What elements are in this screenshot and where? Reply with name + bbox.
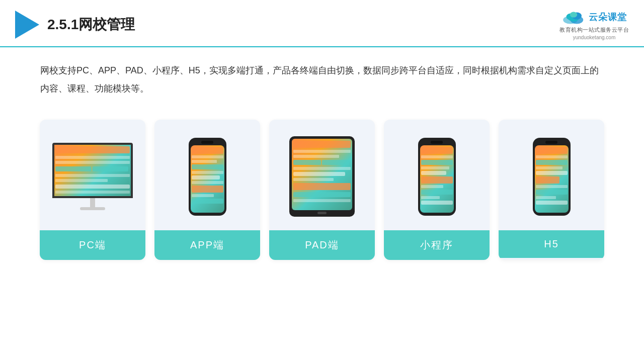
monitor-screen-content <box>54 145 131 196</box>
brand-tagline: 教育机构一站式服务云平台 <box>559 26 629 34</box>
card-app-image <box>154 120 260 230</box>
header: 2.5.1网校管理 云朵课堂 教育机构一站式服务云平台 yunduoketang… <box>0 0 644 47</box>
page-title: 2.5.1网校管理 <box>47 15 135 34</box>
brand-logo: 云朵课堂 教育机构一站式服务云平台 yunduoketang.com <box>559 9 629 40</box>
logo-triangle-icon <box>15 11 39 39</box>
card-pad: PAD端 <box>269 120 375 260</box>
card-app: APP端 <box>154 120 260 260</box>
phone-notch-h5 <box>545 141 557 144</box>
brand-name: 云朵课堂 <box>589 11 627 23</box>
phone-screen-h5 <box>535 145 569 213</box>
phone-screen-app <box>191 145 224 213</box>
tablet-mockup <box>289 136 355 217</box>
phone-mockup-miniapp <box>418 138 456 216</box>
card-app-label: APP端 <box>154 230 260 260</box>
phone-screen-miniapp <box>420 145 454 213</box>
card-h5-label: H5 <box>499 230 604 258</box>
monitor-stand <box>90 198 95 207</box>
card-pc-label: PC端 <box>40 230 145 260</box>
card-h5: H5 <box>499 120 604 260</box>
description-text: 网校支持PC、APP、PAD、小程序、H5，实现多端打通，产品各终端自由切换，数… <box>0 47 644 103</box>
card-miniapp-image <box>384 120 490 230</box>
card-pc: PC端 <box>40 120 145 260</box>
pc-monitor-icon <box>52 143 133 210</box>
phone-notch <box>201 141 213 144</box>
card-pc-image <box>40 120 145 230</box>
tablet-screen <box>292 139 352 210</box>
brand-url: yunduoketang.com <box>573 35 616 40</box>
phone-mockup-app <box>189 138 226 216</box>
platform-cards: PC端 APP端 <box>0 108 644 270</box>
cloud-logo: 云朵课堂 <box>561 9 627 25</box>
header-left: 2.5.1网校管理 <box>15 11 135 39</box>
phone-mockup-h5 <box>533 138 571 216</box>
phone-notch-miniapp <box>431 141 443 144</box>
card-miniapp-label: 小程序 <box>384 230 490 260</box>
svg-point-5 <box>570 12 577 18</box>
tablet-home-button <box>317 212 327 214</box>
monitor-base <box>80 207 105 210</box>
card-h5-image <box>499 120 604 230</box>
card-pad-image <box>269 120 375 230</box>
card-miniapp: 小程序 <box>384 120 490 260</box>
card-pad-label: PAD端 <box>269 230 375 260</box>
monitor-screen <box>52 143 133 198</box>
cloud-icon <box>561 9 586 25</box>
